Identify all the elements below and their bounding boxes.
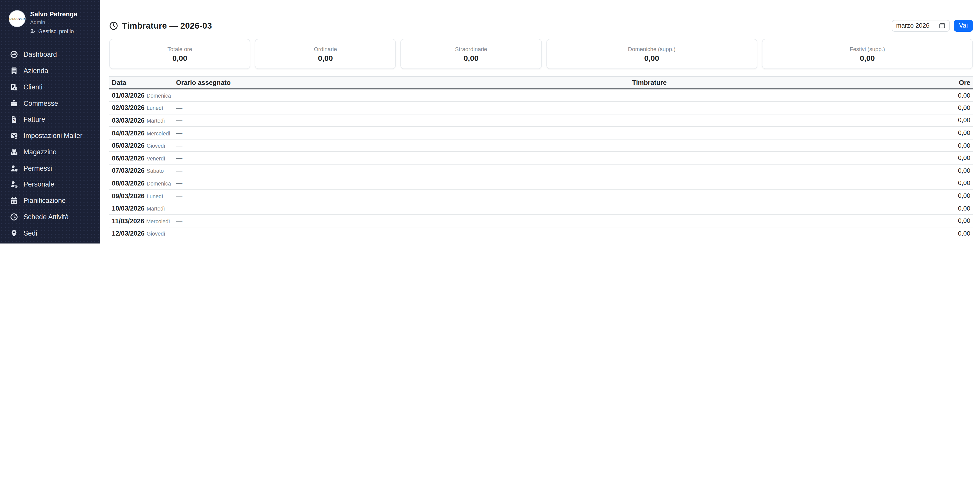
cell-timbrature [630,227,944,240]
boxes-icon [10,148,18,156]
card-value: 0,00 [464,53,479,62]
gauge-icon [10,51,18,58]
sidebar-item-dashboard[interactable]: Dashboard [6,46,94,63]
cell-orario: — [173,164,630,177]
cell-ore: 0,00 [944,227,973,240]
cell-timbrature [630,89,944,101]
cell-orario: — [173,89,630,101]
main-content: Timbrature — 2026-03 marzo 2026 Vai Tota… [100,0,980,244]
card-value: 0,00 [644,53,659,62]
timesheet-table: Data Orario assegnato Timbrature Ore 01/… [109,76,973,244]
clock-icon [10,213,18,221]
cell-orario: — [173,202,630,215]
cell-data: 05/03/2026Giovedì [109,139,173,152]
sidebar-item-permessi[interactable]: Permessi [6,160,94,177]
cell-ore: 0,00 [944,127,973,139]
cell-timbrature [630,114,944,126]
cell-timbrature [630,139,944,152]
user-gear-icon [10,180,18,188]
table-row: 07/03/2026Sabato — 0,00 [109,164,973,177]
cell-ore: 0,00 [944,202,973,215]
calendar-icon [10,197,18,205]
file-invoice-dollar-icon: $ [10,116,18,123]
cell-timbrature [630,152,944,164]
card-value: 0,00 [318,53,333,62]
sidebar-item-impostazioni-mailer[interactable]: Impostazioni Mailer [6,128,94,144]
cell-data: 11/03/2026Mercoledì [109,215,173,227]
sidebar-item-clienti[interactable]: Clienti [6,79,94,95]
table-row: 08/03/2026Domenica — 0,00 [109,177,973,189]
sidebar-item-commesse[interactable]: Commesse [6,95,94,112]
svg-text:$: $ [13,118,15,122]
building-user-icon [10,83,18,91]
card-label: Totale ore [167,46,192,52]
cell-data: 12/03/2026Giovedì [109,227,173,240]
table-row: 01/03/2026Domenica — 0,00 [109,89,973,101]
cell-data: 07/03/2026Sabato [109,164,173,177]
col-header-timbrature: Timbrature [630,77,944,89]
briefcase-icon [10,99,18,107]
calendar-icon[interactable] [939,22,945,29]
go-button[interactable]: Vai [954,20,973,32]
table-row: 02/03/2026Lunedì — 0,00 [109,101,973,114]
sidebar-item-fatture[interactable]: $ Fatture [6,112,94,128]
topbar: Timbrature — 2026-03 marzo 2026 Vai [109,19,973,32]
cell-timbrature [630,101,944,114]
cell-timbrature [630,240,944,244]
sidebar-item-schede-attivita[interactable]: Schede Attività [6,209,94,225]
cell-orario: — [173,114,630,126]
table-row: 09/03/2026Lunedì — 0,00 [109,190,973,202]
cell-orario: — [173,152,630,164]
user-shield-icon [10,164,18,172]
summary-card: Ordinarie 0,00 [255,39,396,69]
cell-ore: 0,00 [944,101,973,114]
cell-timbrature [630,127,944,139]
avatar-logo-text: DISCOVER [10,17,25,20]
sidebar-item-sedi[interactable]: Sedi [6,225,94,241]
cell-orario: — [173,240,630,244]
cell-ore: 0,00 [944,114,973,126]
summary-cards: Totale ore 0,00 Ordinarie 0,00 Straordin… [109,39,973,69]
sidebar-item-pianificazione[interactable]: Pianificazione [6,193,94,209]
col-header-data: Data [109,77,173,89]
page-title: Timbrature — 2026-03 [122,21,212,30]
cell-orario: — [173,101,630,114]
building-icon [10,67,18,75]
cell-ore: 0,00 [944,215,973,227]
table-row: 04/03/2026Mercoledì — 0,00 [109,127,973,139]
card-label: Domeniche (supp.) [628,46,675,52]
cell-data: 01/03/2026Domenica [109,89,173,101]
card-label: Straordinarie [455,46,487,52]
cell-data: 06/03/2026Venerdì [109,152,173,164]
user-name: Salvo Petrenga [30,11,77,18]
cell-data: 03/03/2026Martedì [109,114,173,126]
summary-card: Domeniche (supp.) 0,00 [546,39,757,69]
cell-data: 10/03/2026Martedì [109,202,173,215]
cell-timbrature [630,190,944,202]
cell-ore: 0,00 [944,152,973,164]
user-pen-icon [30,28,36,34]
manage-profile-link[interactable]: Gestisci profilo [30,28,77,34]
cell-ore: 0,00 [944,240,973,244]
envelope-check-icon [10,132,18,139]
cell-orario: — [173,190,630,202]
col-header-ore: Ore [944,77,973,89]
cell-timbrature [630,215,944,227]
clock-icon [109,21,118,30]
table-row: 03/03/2026Martedì — 0,00 [109,114,973,126]
sidebar-item-azienda[interactable]: Azienda [6,62,94,79]
sidebar-item-personale[interactable]: Personale [6,176,94,193]
card-value: 0,00 [172,53,187,62]
user-role: Admin [30,19,77,26]
month-input-value: marzo 2026 [896,22,929,29]
table-row: 06/03/2026Venerdì — 0,00 [109,152,973,164]
timesheet-body: 01/03/2026Domenica — 0,00 02/03/2026Lune… [109,89,973,244]
cell-data: 04/03/2026Mercoledì [109,127,173,139]
sidebar-menu: Dashboard Azienda Clienti Commesse $ Fat… [6,46,94,244]
app-root: DISCOVER Salvo Petrenga Admin Gestisci p… [0,0,980,244]
sidebar-item-magazzino[interactable]: Magazzino [6,144,94,160]
sidebar-item-timbrature[interactable]: Timbrature [6,241,94,244]
cell-orario: — [173,177,630,189]
card-label: Ordinarie [314,46,337,52]
month-input[interactable]: marzo 2026 [891,20,950,32]
